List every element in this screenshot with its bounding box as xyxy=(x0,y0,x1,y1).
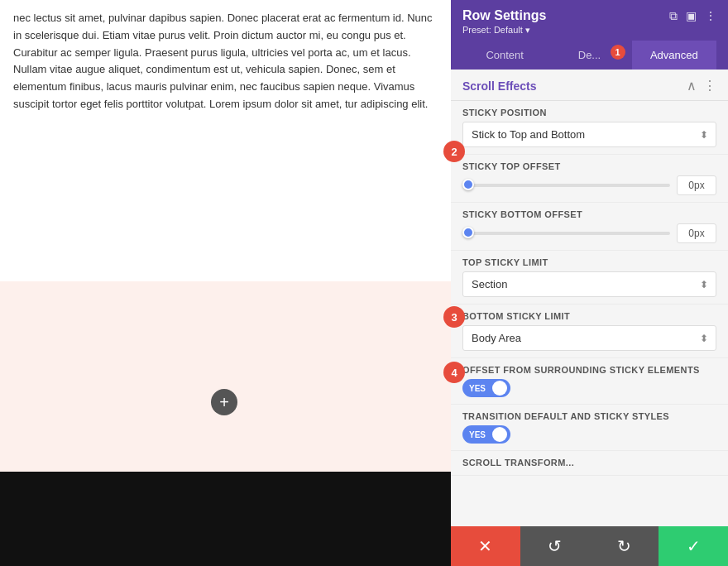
transition-default-toggle-row: YES xyxy=(462,425,716,444)
top-sticky-limit-row: Top Sticky Limit None Section Row Column… xyxy=(451,251,728,305)
top-sticky-limit-label: Top Sticky Limit xyxy=(462,257,716,267)
tab-advanced[interactable]: Advanced xyxy=(632,41,716,70)
transition-toggle-yes-label: YES xyxy=(466,429,489,441)
tab-design[interactable]: De... 1 xyxy=(547,41,631,70)
add-button[interactable]: + xyxy=(211,389,237,415)
body-text: nec lectus sit amet, pulvinar dapibus sa… xyxy=(13,10,438,113)
transition-default-row: Transition Default and Sticky Styles YES xyxy=(451,405,728,451)
sticky-top-offset-track[interactable] xyxy=(462,184,670,187)
badge-2: 2 xyxy=(443,141,465,162)
panel-header-top: Row Settings ⧉ ▣ ⋮ xyxy=(462,8,716,23)
transition-toggle-circle xyxy=(492,427,507,442)
sticky-bottom-offset-row: Sticky Bottom Offset xyxy=(451,203,728,251)
toggle-circle xyxy=(492,381,507,396)
badge-3: 3 xyxy=(443,306,465,328)
slider-thumb-bottom[interactable] xyxy=(462,227,474,238)
sticky-bottom-offset-label: Sticky Bottom Offset xyxy=(462,209,716,219)
tab-badge: 1 xyxy=(611,45,625,60)
toggle-yes-label: YES xyxy=(466,382,489,395)
columns-icon[interactable]: ▣ xyxy=(686,9,697,22)
sticky-position-select[interactable]: None Stick to Top Stick to Bottom Stick … xyxy=(462,122,716,147)
section-icons: ∧ ⋮ xyxy=(687,78,716,94)
sticky-top-offset-label: Sticky Top Offset xyxy=(462,161,716,171)
sticky-top-offset-input[interactable] xyxy=(677,175,716,195)
cancel-button[interactable]: ✕ xyxy=(451,526,520,566)
offset-surrounding-toggle-row: YES xyxy=(462,379,716,397)
undo-button[interactable]: ↺ xyxy=(520,526,590,566)
sticky-bottom-offset-slider-row xyxy=(462,223,716,243)
transition-default-label: Transition Default and Sticky Styles xyxy=(462,411,716,421)
badge-4: 4 xyxy=(443,362,465,383)
panel-header-icons: ⧉ ▣ ⋮ xyxy=(669,9,716,23)
scroll-transform-label: Scroll Transform... xyxy=(462,458,716,468)
section-more-icon[interactable]: ⋮ xyxy=(703,78,716,94)
top-sticky-limit-select-wrap: None Section Row Column Module ⬍ xyxy=(462,271,716,297)
offset-surrounding-row: Offset From Surrounding Sticky Elements … xyxy=(451,358,728,405)
sticky-position-label: Sticky Position xyxy=(462,108,716,118)
panel-body[interactable]: Scroll Effects ∧ ⋮ Sticky Position None … xyxy=(451,70,728,526)
sticky-bottom-offset-track[interactable] xyxy=(462,232,670,235)
bottom-sticky-limit-row: Bottom Sticky Limit None Section Row Col… xyxy=(451,305,728,358)
transition-default-toggle[interactable]: YES xyxy=(462,425,510,444)
bottom-sticky-limit-label: Bottom Sticky Limit xyxy=(462,311,716,321)
panel-title: Row Settings xyxy=(462,8,546,23)
redo-button[interactable]: ↻ xyxy=(590,526,659,566)
row-settings-panel: Row Settings ⧉ ▣ ⋮ Preset: Default ▾ Con… xyxy=(451,0,728,566)
bottom-toolbar: ✕ ↺ ↻ ✓ xyxy=(451,526,728,566)
offset-surrounding-toggle[interactable]: YES xyxy=(462,379,510,397)
slider-thumb-top[interactable] xyxy=(462,179,474,190)
scroll-effects-title: Scroll Effects xyxy=(462,79,536,93)
top-sticky-limit-select[interactable]: None Section Row Column Module xyxy=(462,271,716,297)
panel-preset: Preset: Default ▾ xyxy=(462,25,716,36)
panel-tabs: Content De... 1 Advanced xyxy=(462,41,716,70)
scroll-transform-partial-row: Scroll Transform... xyxy=(451,451,728,476)
offset-surrounding-label: Offset From Surrounding Sticky Elements xyxy=(462,365,716,375)
black-section xyxy=(0,472,451,566)
sticky-position-row: Sticky Position None Stick to Top Stick … xyxy=(451,101,728,155)
collapse-icon[interactable]: ∧ xyxy=(687,78,697,94)
tab-content[interactable]: Content xyxy=(462,41,547,70)
more-icon[interactable]: ⋮ xyxy=(705,9,716,22)
scroll-effects-header: Scroll Effects ∧ ⋮ xyxy=(451,70,728,101)
bottom-sticky-limit-select[interactable]: None Section Row Column Body Area xyxy=(462,325,716,351)
sticky-bottom-offset-input[interactable] xyxy=(677,223,716,243)
pink-section xyxy=(0,281,451,472)
save-button[interactable]: ✓ xyxy=(659,526,728,566)
sticky-top-offset-row: Sticky Top Offset xyxy=(451,155,728,203)
expand-icon[interactable]: ⧉ xyxy=(669,9,678,23)
sticky-top-offset-slider-row xyxy=(462,175,716,195)
bottom-sticky-limit-select-wrap: None Section Row Column Body Area ⬍ xyxy=(462,325,716,351)
panel-header: Row Settings ⧉ ▣ ⋮ Preset: Default ▾ Con… xyxy=(451,0,728,70)
sticky-position-select-wrap: None Stick to Top Stick to Bottom Stick … xyxy=(462,122,716,147)
